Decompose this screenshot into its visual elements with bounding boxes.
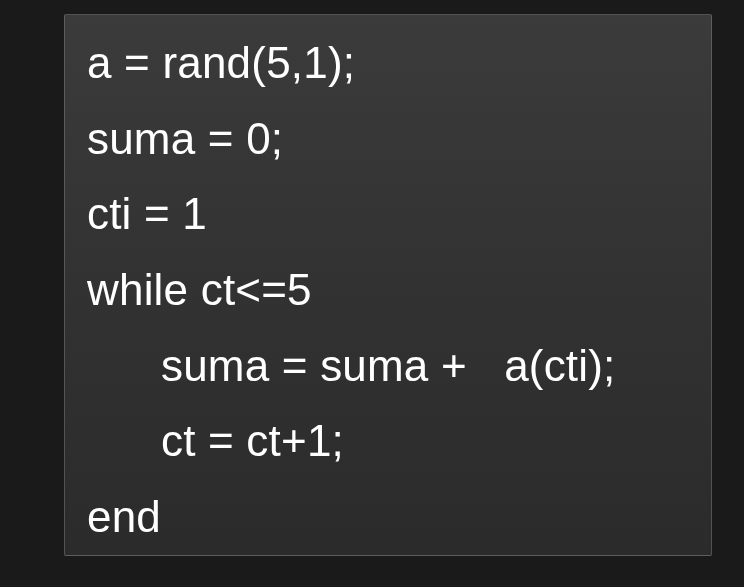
code-block: a = rand(5,1); suma = 0; cti = 1 while c…	[64, 14, 712, 556]
code-line-7: end	[87, 479, 689, 555]
code-line-3: cti = 1	[87, 176, 689, 252]
code-line-1: a = rand(5,1);	[87, 25, 689, 101]
code-line-6: ct = ct+1;	[87, 403, 689, 479]
code-line-2: suma = 0;	[87, 101, 689, 177]
code-line-5: suma = suma + a(cti);	[87, 328, 689, 404]
code-line-4: while ct<=5	[87, 252, 689, 328]
